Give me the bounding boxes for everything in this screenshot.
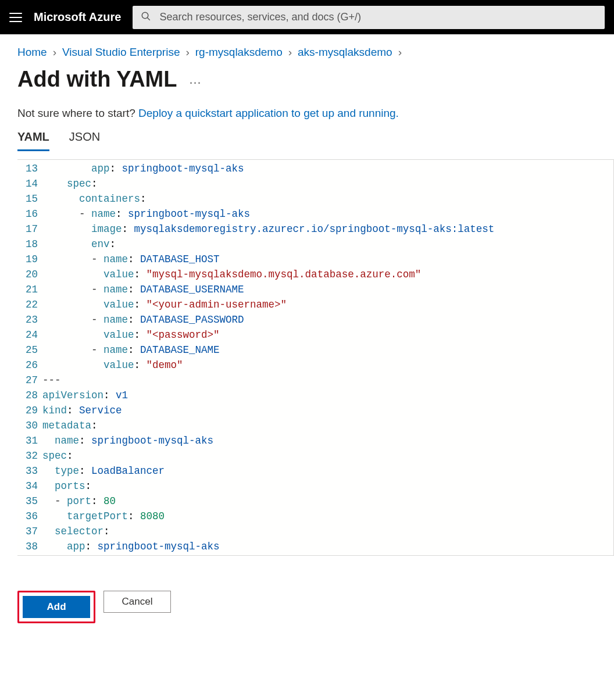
code-line[interactable]: metadata: <box>42 418 494 433</box>
code-line[interactable]: app: springboot-mysql-aks <box>42 161 494 176</box>
code-line[interactable]: value: "demo" <box>42 358 494 373</box>
code-line[interactable]: value: "<password>" <box>42 327 494 342</box>
code-line[interactable]: targetPort: 8080 <box>42 509 494 524</box>
code-line[interactable]: --- <box>42 373 494 388</box>
line-number: 26 <box>26 358 38 373</box>
line-number: 24 <box>26 327 38 342</box>
code-line[interactable]: name: springboot-mysql-aks <box>42 433 494 448</box>
line-number: 32 <box>26 448 38 463</box>
line-number: 36 <box>26 509 38 524</box>
tabs: YAML JSON <box>0 130 614 151</box>
chevron-right-icon: › <box>185 46 189 59</box>
tab-yaml[interactable]: YAML <box>17 130 49 151</box>
line-number: 13 <box>26 161 38 176</box>
breadcrumb-cluster[interactable]: aks-mysqlaksdemo <box>298 46 392 59</box>
brand-title: Microsoft Azure <box>34 10 121 24</box>
line-number: 38 <box>26 539 38 554</box>
global-search[interactable] <box>133 6 605 29</box>
breadcrumb: Home › Visual Studio Enterprise › rg-mys… <box>0 34 614 65</box>
tab-json[interactable]: JSON <box>69 130 100 151</box>
line-number: 30 <box>26 418 38 433</box>
code-line[interactable]: containers: <box>42 191 494 206</box>
chevron-right-icon: › <box>398 46 402 59</box>
line-number: 35 <box>26 494 38 509</box>
line-number: 21 <box>26 282 38 297</box>
code-line[interactable]: - name: DATABASE_USERNAME <box>42 282 494 297</box>
line-number-gutter: 1314151617181920212223242526272829303132… <box>17 160 42 555</box>
search-icon <box>141 11 151 24</box>
code-line[interactable]: spec: <box>42 176 494 191</box>
breadcrumb-home[interactable]: Home <box>17 46 47 59</box>
code-line[interactable]: value: "<your-admin-username>" <box>42 297 494 312</box>
line-number: 34 <box>26 478 38 494</box>
line-number: 31 <box>26 433 38 448</box>
code-line[interactable]: env: <box>42 237 494 252</box>
page-title: Add with YAML <box>17 67 177 92</box>
code-line[interactable]: - name: springboot-mysql-aks <box>42 206 494 222</box>
line-number: 27 <box>26 373 38 388</box>
hamburger-menu-icon[interactable] <box>9 11 22 24</box>
code-line[interactable]: type: LoadBalancer <box>42 463 494 478</box>
line-number: 33 <box>26 463 38 478</box>
code-area[interactable]: app: springboot-mysql-aks spec: containe… <box>42 160 499 555</box>
more-actions-icon[interactable]: … <box>188 73 202 86</box>
code-line[interactable]: app: springboot-mysql-aks <box>42 539 494 554</box>
code-line[interactable]: - name: DATABASE_HOST <box>42 252 494 267</box>
breadcrumb-subscription[interactable]: Visual Studio Enterprise <box>62 46 180 59</box>
line-number: 28 <box>26 388 38 403</box>
topbar: Microsoft Azure <box>0 0 614 34</box>
line-number: 37 <box>26 524 38 539</box>
svg-point-0 <box>142 12 149 19</box>
chevron-right-icon: › <box>288 46 292 59</box>
code-line[interactable]: - name: DATABASE_PASSWORD <box>42 312 494 327</box>
chevron-right-icon: › <box>53 46 56 59</box>
code-line[interactable]: apiVersion: v1 <box>42 388 494 403</box>
line-number: 22 <box>26 297 38 312</box>
search-input[interactable] <box>159 11 597 23</box>
code-line[interactable]: ports: <box>42 478 494 494</box>
help-line-text: Not sure where to start? <box>17 107 138 119</box>
line-number: 20 <box>26 267 38 282</box>
line-number: 18 <box>26 237 38 252</box>
line-number: 14 <box>26 176 38 191</box>
help-line: Not sure where to start? Deploy a quicks… <box>0 107 614 130</box>
code-line[interactable]: image: mysqlaksdemoregistry.azurecr.io/s… <box>42 222 494 237</box>
svg-line-1 <box>148 17 151 20</box>
line-number: 17 <box>26 222 38 237</box>
line-number: 19 <box>26 252 38 267</box>
add-button[interactable]: Add <box>23 596 90 618</box>
code-line[interactable]: spec: <box>42 448 494 463</box>
code-line[interactable]: selector: <box>42 524 494 539</box>
line-number: 25 <box>26 342 38 358</box>
quickstart-link[interactable]: Deploy a quickstart application to get u… <box>138 107 399 119</box>
footer-actions: Add Cancel <box>0 556 614 647</box>
code-line[interactable]: - name: DATABASE_NAME <box>42 342 494 358</box>
code-line[interactable]: value: "mysql-mysqlaksdemo.mysql.databas… <box>42 267 494 282</box>
line-number: 23 <box>26 312 38 327</box>
code-line[interactable]: - port: 80 <box>42 494 494 509</box>
line-number: 16 <box>26 206 38 222</box>
yaml-editor[interactable]: 1314151617181920212223242526272829303132… <box>17 159 614 556</box>
line-number: 15 <box>26 191 38 206</box>
line-number: 29 <box>26 403 38 418</box>
add-button-highlight: Add <box>17 591 95 623</box>
breadcrumb-resource-group[interactable]: rg-mysqlaksdemo <box>195 46 283 59</box>
code-line[interactable]: kind: Service <box>42 403 494 418</box>
cancel-button[interactable]: Cancel <box>103 591 171 613</box>
